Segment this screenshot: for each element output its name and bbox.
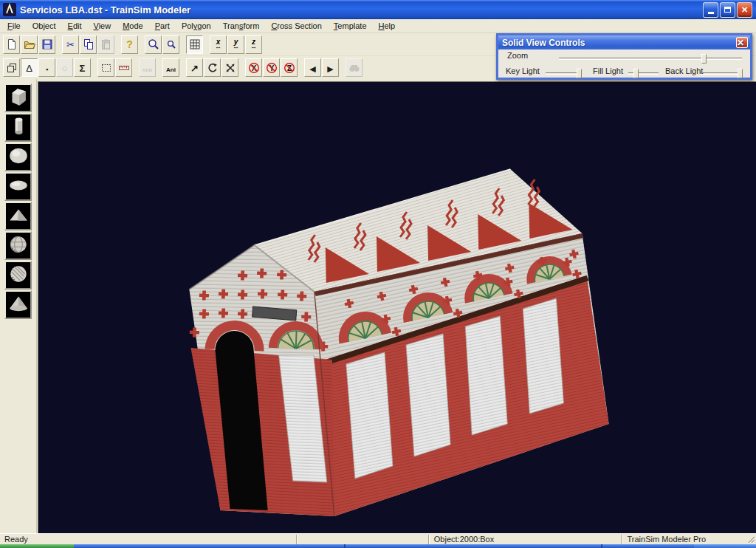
zoom-slider-thumb[interactable] — [701, 54, 707, 64]
move-button[interactable]: ↗ — [186, 58, 203, 77]
key-light-slider-track[interactable] — [546, 72, 580, 75]
status-pane-3: TrainSim Modeler Pro — [622, 534, 746, 545]
axis-z-button[interactable]: z↔ — [245, 35, 262, 54]
wireframe-mode-icon: Δ — [26, 61, 32, 75]
copy-icon — [83, 38, 94, 50]
back-light-slider-thumb[interactable] — [738, 69, 743, 78]
rotate-button[interactable] — [204, 58, 221, 77]
next-button[interactable]: ▶ — [322, 58, 339, 77]
wedge-shape-icon — [7, 203, 30, 230]
axis-y-button[interactable]: y↔ — [227, 35, 244, 54]
ellipsoid-shape-icon — [7, 174, 30, 200]
create-box-button[interactable] — [4, 83, 32, 112]
solid-mode-button[interactable] — [3, 58, 20, 77]
palette-title: Solid View Controls — [502, 38, 736, 48]
zoom-out-button[interactable] — [162, 35, 179, 54]
geosphere-shape-icon — [7, 233, 30, 259]
menu-template[interactable]: Template — [328, 20, 373, 32]
back-light-slider-track[interactable] — [701, 72, 743, 75]
ani-icon: Ani — [166, 61, 176, 75]
palette-title-bar[interactable]: Solid View Controls ✕ — [498, 35, 750, 49]
axis-x-button[interactable]: x↔ — [210, 35, 227, 54]
viewport-3d[interactable] — [38, 81, 756, 533]
resize-grip[interactable] — [746, 534, 756, 544]
lock-z-button[interactable]: Z — [281, 58, 298, 77]
solid-view-controls-palette: Solid View Controls ✕ ZoomKey LightFill … — [496, 33, 752, 80]
help-icon: ? — [126, 38, 133, 51]
start-button-sliver[interactable] — [0, 544, 74, 548]
save-button[interactable] — [38, 35, 55, 54]
marquee-select-button[interactable] — [97, 58, 114, 77]
vertex-mode-button[interactable]: ▪ — [38, 58, 55, 77]
create-sphere-button[interactable] — [4, 143, 32, 171]
create-geosphere-2-button[interactable] — [4, 261, 32, 290]
help-button[interactable]: ? — [121, 35, 138, 54]
circle-tool-button: ○ — [56, 58, 73, 77]
cut-scissors-icon: ✂ — [66, 38, 75, 51]
lock-y-button[interactable]: Y — [263, 58, 280, 77]
menu-file[interactable]: File — [1, 20, 27, 32]
key-light-slider-thumb[interactable] — [577, 69, 582, 78]
animation-button[interactable]: Ani — [162, 58, 179, 77]
back-light-label: Back Light — [665, 66, 703, 75]
menu-edit[interactable]: Edit — [62, 20, 88, 32]
menu-view[interactable]: View — [88, 20, 117, 32]
open-button[interactable] — [21, 35, 38, 54]
zoom-in-button[interactable] — [145, 35, 162, 54]
scale-icon — [224, 62, 236, 74]
create-cone-button[interactable] — [4, 290, 32, 319]
fill-light-slider-track[interactable] — [628, 72, 659, 75]
wireframe-mode-button[interactable]: Δ — [21, 58, 38, 77]
zoom-out-icon — [165, 38, 177, 50]
windows-taskbar[interactable] — [0, 544, 756, 548]
menu-mode[interactable]: Mode — [117, 20, 149, 32]
add-part-button: ADD — [139, 58, 156, 77]
new-button[interactable] — [3, 35, 20, 54]
menu-transform[interactable]: Transform — [217, 20, 266, 32]
palette-body: ZoomKey LightFill LightBack Light — [498, 49, 750, 78]
fill-light-slider-thumb[interactable] — [633, 69, 639, 78]
move-arrow-icon: ↗ — [190, 61, 199, 75]
vertex-mode-icon: ▪ — [46, 61, 48, 75]
menu-part[interactable]: Part — [149, 20, 176, 32]
create-ellipsoid-button[interactable] — [4, 172, 32, 201]
status-pane-1 — [298, 534, 427, 545]
solid-mode-icon — [6, 62, 18, 74]
menu-help[interactable]: Help — [373, 20, 402, 32]
create-wedge-button[interactable] — [4, 202, 32, 230]
system-tray-sliver — [694, 544, 756, 548]
no-y-icon: Y — [266, 62, 278, 74]
copy-button[interactable] — [80, 35, 97, 54]
axis-x-icon: x↔ — [215, 39, 221, 49]
scale-button[interactable] — [221, 58, 238, 77]
zoom-slider-track[interactable] — [559, 58, 742, 60]
create-geosphere-button[interactable] — [4, 231, 32, 260]
lock-x-button[interactable]: X — [245, 58, 262, 77]
building-model — [38, 82, 756, 533]
paste-button — [97, 35, 114, 54]
zoom-in-icon — [148, 38, 159, 50]
close-button[interactable]: ✕ — [737, 2, 752, 18]
menu-cross-section[interactable]: Cross Section — [265, 20, 327, 32]
prev-button[interactable]: ◀ — [304, 58, 321, 77]
title-bar: Servicios LBA.dst - TrainSim Modeler ✕ — [0, 0, 756, 19]
cone-shape-icon — [7, 292, 30, 318]
sigma-icon: Σ — [80, 61, 86, 75]
minimize-button[interactable] — [703, 2, 718, 18]
cut-button[interactable]: ✂ — [62, 35, 79, 54]
paste-icon — [100, 38, 112, 50]
palette-close-button[interactable]: ✕ — [736, 37, 748, 48]
taskbar-sliver[interactable] — [74, 544, 694, 548]
close-icon: ✕ — [741, 5, 748, 15]
sigma-tool-button[interactable]: Σ — [74, 58, 91, 77]
open-folder-icon — [24, 38, 35, 50]
create-cylinder-button[interactable] — [4, 113, 32, 142]
grid-toggle-button[interactable] — [186, 35, 203, 54]
menu-polygon[interactable]: Polygon — [176, 20, 217, 32]
maximize-button[interactable] — [720, 2, 735, 18]
measure-button[interactable] — [115, 58, 132, 77]
next-icon: ▶ — [327, 61, 333, 75]
menu-object[interactable]: Object — [27, 20, 62, 32]
circle-tool-icon: ○ — [62, 61, 68, 75]
add-icon: ADD — [142, 61, 152, 75]
